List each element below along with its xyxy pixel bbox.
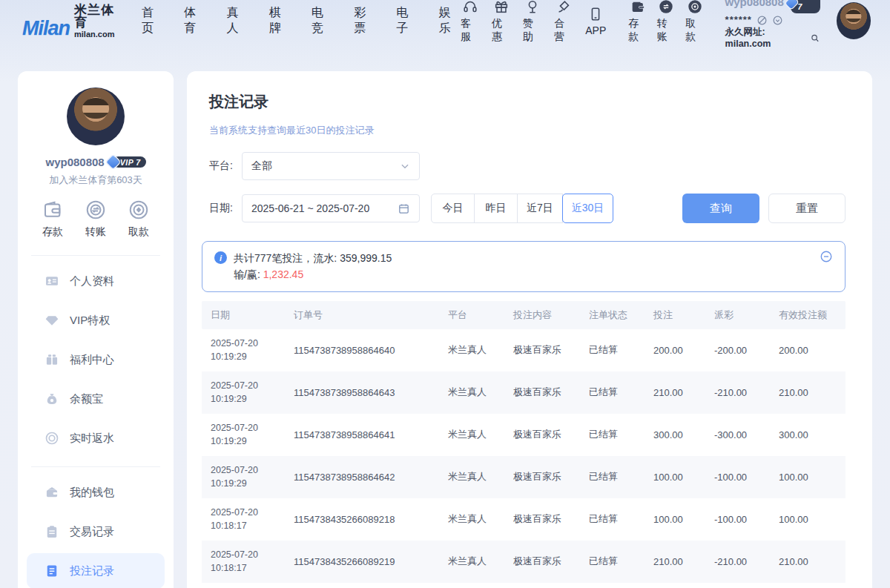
cell-order-number: 1154738435266089219 — [294, 556, 448, 567]
cell-bet-amount: 210.00 — [653, 556, 714, 567]
table-row: 2025-07-2010:18:17 1154738435266089219 米… — [202, 541, 846, 583]
cell-bet-content: 极速百家乐 — [513, 512, 589, 526]
masked-balance: ****** — [725, 14, 752, 26]
nav-lottery[interactable]: 彩票 — [354, 5, 375, 36]
service-sponsor[interactable]: 赞助 — [523, 0, 542, 44]
quick-actions: 存款 转账 取款 — [27, 187, 165, 252]
page-title: 投注记录 — [202, 86, 846, 112]
divider — [31, 466, 160, 467]
cell-valid-amount: 300.00 — [779, 429, 846, 440]
refresh-circle-icon[interactable] — [772, 15, 783, 26]
main-nav: 首页 体育 真人 棋牌 电竞 彩票 电子 娱乐 — [142, 5, 461, 36]
brand-logo[interactable]: Milan 米兰体育 milan.com — [22, 4, 122, 39]
table-row: 2025-07-2010:19:29 1154738738958864641 米… — [202, 414, 846, 456]
cell-bet-content: 极速百家乐 — [513, 470, 589, 483]
service-app[interactable]: APP — [585, 6, 606, 36]
quick-action-label: 存款 — [42, 225, 63, 239]
cell-payout: -300.00 — [714, 429, 779, 440]
permanent-url: 永久网址: milan.com — [725, 27, 808, 50]
col-header-date: 日期 — [211, 308, 294, 322]
cell-date: 2025-07-2010:19:29 — [211, 463, 294, 490]
nav-entertainment[interactable]: 娱乐 — [439, 5, 461, 36]
vip-badge: VIP 7 — [788, 0, 820, 13]
quick-deposit[interactable]: 存款 — [42, 199, 64, 239]
range-yesterday-button[interactable]: 昨日 — [474, 194, 518, 223]
query-button[interactable]: 查询 — [682, 194, 759, 223]
join-days-text: 加入米兰体育第603天 — [27, 174, 165, 187]
sidebar-item-yuebao[interactable]: 余额宝 — [27, 381, 165, 417]
cell-valid-amount: 100.00 — [779, 514, 846, 525]
range-today-button[interactable]: 今日 — [431, 194, 475, 223]
logo-domain-text: milan.com — [74, 30, 122, 39]
quick-action-label: 取款 — [128, 225, 149, 239]
quick-transfer[interactable]: 转账 — [85, 199, 107, 239]
welfare-icon — [44, 352, 59, 367]
cell-valid-amount: 210.00 — [779, 387, 846, 398]
col-header-content: 投注内容 — [513, 308, 589, 322]
withdraw-outline-icon — [128, 199, 150, 221]
cell-platform: 米兰真人 — [448, 512, 513, 526]
sidebar-item-wallet[interactable]: 我的钱包 — [27, 475, 165, 510]
idcard-icon — [44, 274, 59, 288]
avatar[interactable] — [837, 2, 871, 39]
moneybag-icon — [44, 392, 59, 406]
table-row: 2025-07-2010:18:17 1154738435266089218 米… — [202, 498, 846, 541]
cell-valid-amount: 100.00 — [779, 472, 846, 483]
nav-slots[interactable]: 电子 — [396, 5, 418, 36]
document-icon — [44, 564, 59, 578]
wallet-action-label: 取款 — [685, 17, 704, 44]
range-7days-button[interactable]: 近7日 — [517, 194, 563, 223]
nav-live[interactable]: 真人 — [227, 5, 248, 36]
bet-records-table: 日期 订单号 平台 投注内容 注单状态 投注 派彩 有效投注额 2025-07-… — [202, 301, 846, 583]
cell-bet-content: 极速百家乐 — [513, 386, 589, 399]
service-promo[interactable]: 优惠 — [492, 0, 511, 44]
nav-esports[interactable]: 电竞 — [312, 5, 333, 36]
cell-date: 2025-07-2010:19:29 — [211, 379, 294, 406]
avatar — [67, 87, 125, 145]
calendar-icon — [398, 202, 410, 215]
header-withdraw[interactable]: 取款 — [685, 0, 704, 44]
partner-icon — [556, 0, 572, 15]
cell-status: 已结算 — [589, 470, 653, 483]
cell-date: 2025-07-2010:18:17 — [211, 548, 294, 575]
eye-off-icon[interactable] — [756, 15, 768, 26]
nav-home[interactable]: 首页 — [142, 5, 163, 36]
range-30days-button[interactable]: 近30日 — [562, 194, 614, 223]
service-partner[interactable]: 合营 — [554, 0, 573, 44]
search-icon[interactable] — [810, 33, 820, 44]
headset-icon — [462, 0, 478, 15]
platform-label: 平台: — [209, 159, 242, 173]
platform-select[interactable]: 全部 — [242, 152, 420, 180]
wallet2-icon — [44, 485, 59, 500]
transfer-dark-icon — [658, 0, 674, 15]
sidebar-item-vip[interactable]: VIP特权 — [27, 303, 165, 338]
quick-action-label: 转账 — [85, 225, 106, 239]
collapse-icon[interactable] — [820, 250, 833, 263]
nav-cards[interactable]: 棋牌 — [269, 5, 291, 36]
date-range-value: 2025-06-21 ~ 2025-07-20 — [251, 202, 398, 214]
service-label: 赞助 — [523, 17, 542, 44]
platform-filter-row: 平台: 全部 — [209, 152, 846, 180]
reset-button[interactable]: 重置 — [768, 194, 846, 223]
cell-order-number: 1154738738958864643 — [294, 387, 448, 398]
nav-sports[interactable]: 体育 — [184, 5, 205, 36]
cell-bet-amount: 200.00 — [653, 345, 714, 356]
cell-valid-amount: 210.00 — [779, 556, 846, 567]
header-transfer[interactable]: 转账 — [657, 0, 676, 44]
quick-withdraw[interactable]: 取款 — [128, 199, 150, 239]
sidebar-item-welfare[interactable]: 福利中心 — [27, 342, 165, 377]
sidebar-item-rebate[interactable]: 实时返水 — [27, 420, 165, 456]
cell-order-number: 1154738738958864642 — [294, 472, 448, 483]
sidebar-item-label: 实时返水 — [70, 432, 114, 446]
header-deposit[interactable]: 存款 — [628, 0, 647, 44]
sidebar-item-label: 投注记录 — [70, 564, 114, 578]
table-row: 2025-07-2010:19:29 1154738738958864640 米… — [202, 329, 846, 371]
wallet-outline-icon — [42, 199, 64, 221]
cell-valid-amount: 200.00 — [779, 345, 846, 356]
wallet-dark-icon — [630, 0, 646, 15]
date-range-input[interactable]: 2025-06-21 ~ 2025-07-20 — [242, 194, 420, 222]
sidebar-item-transactions[interactable]: 交易记录 — [27, 514, 165, 549]
service-customer[interactable]: 客服 — [461, 0, 480, 44]
sidebar-item-bet-records[interactable]: 投注记录 — [27, 553, 165, 588]
sidebar-item-profile[interactable]: 个人资料 — [27, 263, 165, 299]
